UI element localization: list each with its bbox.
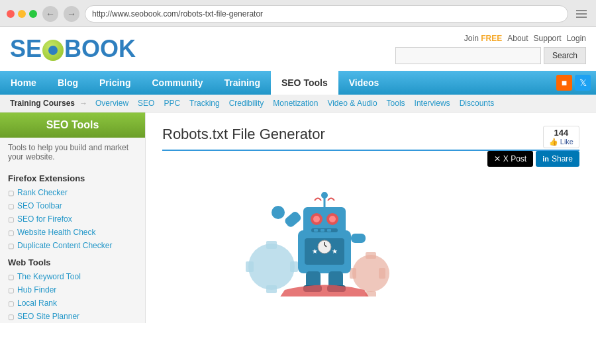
svg-rect-24 bbox=[314, 229, 318, 232]
like-count: 144 bbox=[549, 128, 573, 138]
login-link[interactable]: Login bbox=[567, 34, 586, 43]
sidebar-header: SEO Tools bbox=[0, 113, 145, 138]
support-link[interactable]: Support bbox=[534, 34, 562, 43]
sidebar-section-web-tools: Web Tools bbox=[0, 252, 145, 270]
site-logo[interactable]: SEBOOK bbox=[10, 37, 136, 61]
header-top-links: Join FREE About Support Login bbox=[464, 34, 586, 43]
about-link[interactable]: About bbox=[507, 34, 528, 43]
x-icon: ✕ bbox=[494, 154, 501, 163]
svg-rect-25 bbox=[321, 229, 324, 232]
site-header: SEBOOK Join FREE About Support Login Sea… bbox=[0, 27, 596, 71]
nav-pricing[interactable]: Pricing bbox=[89, 71, 141, 95]
sidebar-web-links: The Keyword Tool Hub Finder Local Rank S… bbox=[0, 270, 145, 323]
linkedin-share-button[interactable]: in Share bbox=[536, 151, 579, 167]
address-bar[interactable]: http://www.seobook.com/robots-txt-file-g… bbox=[85, 5, 568, 23]
browser-chrome: ← → http://www.seobook.com/robots-txt-fi… bbox=[0, 0, 596, 27]
content-area: SEO Tools Tools to help you build and ma… bbox=[0, 113, 596, 323]
sidebar-link-seo-toolbar[interactable]: SEO Toolbar bbox=[8, 199, 137, 212]
browser-menu[interactable] bbox=[576, 7, 589, 21]
site-wrapper: SEBOOK Join FREE About Support Login Sea… bbox=[0, 27, 596, 323]
svg-rect-31 bbox=[351, 234, 366, 243]
subnav-tracking[interactable]: Tracking bbox=[186, 99, 223, 108]
svg-rect-29 bbox=[283, 210, 303, 229]
svg-rect-9 bbox=[379, 268, 385, 279]
sidebar-link-duplicate-content[interactable]: Duplicate Content Checker bbox=[8, 239, 137, 252]
svg-point-30 bbox=[272, 206, 285, 219]
robot-svg: ★ ★ ★ bbox=[232, 164, 417, 296]
svg-text:★: ★ bbox=[332, 248, 338, 255]
subnav-video-audio[interactable]: Video & Audio bbox=[324, 99, 380, 108]
sidebar-firefox-links: Rank Checker SEO Toolbar SEO for Firefox… bbox=[0, 186, 145, 252]
subnav-credibility[interactable]: Credibility bbox=[226, 99, 268, 108]
li-share-label: Share bbox=[552, 154, 573, 163]
svg-rect-26 bbox=[327, 229, 331, 232]
svg-point-28 bbox=[321, 192, 328, 199]
subnav-overview[interactable]: Overview bbox=[92, 99, 132, 108]
subnav-ppc[interactable]: PPC bbox=[160, 99, 183, 108]
sub-navigation: Training Courses → Overview SEO PPC Trac… bbox=[0, 95, 596, 113]
nav-social-icons: ■ 𝕏 bbox=[556, 75, 596, 91]
like-box: 144 👍 Like bbox=[543, 126, 579, 148]
nav-seo-tools[interactable]: SEO Tools bbox=[271, 71, 338, 95]
svg-rect-1 bbox=[266, 241, 277, 249]
nav-training[interactable]: Training bbox=[213, 71, 270, 95]
subnav-monetization[interactable]: Monetization bbox=[270, 99, 321, 108]
twitter-icon[interactable]: 𝕏 bbox=[575, 75, 591, 91]
header-right: Join FREE About Support Login Search bbox=[395, 34, 586, 64]
main-content: 144 👍 Like ✕ X Post in Share Robots.txt … bbox=[146, 113, 596, 323]
like-label: 👍 Like bbox=[549, 138, 573, 146]
logo-se: SEBOOK bbox=[10, 37, 136, 61]
social-buttons: 144 👍 Like ✕ X Post in Share bbox=[487, 126, 579, 167]
sub-nav-arrow: → bbox=[79, 99, 87, 108]
sidebar-link-seo-site-planner[interactable]: SEO Site Planner bbox=[8, 310, 137, 323]
maximize-button[interactable] bbox=[29, 10, 37, 18]
nav-community[interactable]: Community bbox=[141, 71, 213, 95]
forward-button[interactable]: → bbox=[64, 6, 79, 22]
minimize-button[interactable] bbox=[18, 10, 26, 18]
back-button[interactable]: ← bbox=[42, 6, 58, 22]
sidebar-link-rank-checker[interactable]: Rank Checker bbox=[8, 186, 137, 199]
svg-point-21 bbox=[313, 216, 320, 222]
sidebar-link-website-health[interactable]: Website Health Check bbox=[8, 226, 137, 239]
join-label: Join FREE bbox=[464, 34, 502, 43]
rss-icon[interactable]: ■ bbox=[556, 75, 572, 91]
subnav-tools[interactable]: Tools bbox=[383, 99, 409, 108]
linkedin-icon: in bbox=[542, 155, 549, 163]
address-text: http://www.seobook.com/robots-txt-file-g… bbox=[92, 9, 263, 19]
main-navigation: Home Blog Pricing Community Training SEO… bbox=[0, 71, 596, 95]
svg-rect-6 bbox=[366, 252, 376, 259]
robot-illustration: ★ ★ ★ bbox=[162, 164, 487, 296]
nav-blog[interactable]: Blog bbox=[47, 71, 89, 95]
search-button[interactable]: Search bbox=[544, 47, 586, 64]
subnav-interviews[interactable]: Interviews bbox=[411, 99, 454, 108]
svg-point-22 bbox=[329, 216, 336, 222]
search-input[interactable] bbox=[395, 47, 541, 64]
subnav-seo[interactable]: SEO bbox=[134, 99, 158, 108]
close-button[interactable] bbox=[7, 10, 15, 18]
x-post-button[interactable]: ✕ X Post bbox=[487, 151, 533, 167]
sub-nav-title: Training Courses bbox=[10, 99, 75, 108]
free-label: FREE bbox=[481, 34, 502, 43]
search-bar: Search bbox=[395, 47, 586, 64]
subnav-discounts[interactable]: Discounts bbox=[456, 99, 498, 108]
sidebar-description: Tools to help you build and market your … bbox=[0, 138, 145, 168]
sidebar-link-hub-finder[interactable]: Hub Finder bbox=[8, 283, 137, 296]
svg-rect-3 bbox=[246, 261, 254, 272]
x-post-label: X Post bbox=[503, 154, 526, 163]
sidebar-link-local-rank[interactable]: Local Rank bbox=[8, 296, 137, 310]
svg-rect-2 bbox=[266, 285, 277, 293]
svg-rect-4 bbox=[290, 261, 298, 272]
traffic-lights bbox=[7, 10, 37, 18]
logo-o bbox=[42, 40, 64, 61]
sidebar-link-keyword-tool[interactable]: The Keyword Tool bbox=[8, 270, 137, 283]
nav-videos[interactable]: Videos bbox=[338, 71, 390, 95]
social-row: ✕ X Post in Share bbox=[487, 151, 579, 167]
sidebar-section-firefox: Firefox Extensions bbox=[0, 168, 145, 186]
svg-point-0 bbox=[248, 244, 295, 290]
sidebar: SEO Tools Tools to help you build and ma… bbox=[0, 113, 146, 323]
svg-text:★: ★ bbox=[312, 248, 318, 255]
sidebar-link-seo-firefox[interactable]: SEO for Firefox bbox=[8, 212, 137, 226]
nav-home[interactable]: Home bbox=[0, 71, 47, 95]
